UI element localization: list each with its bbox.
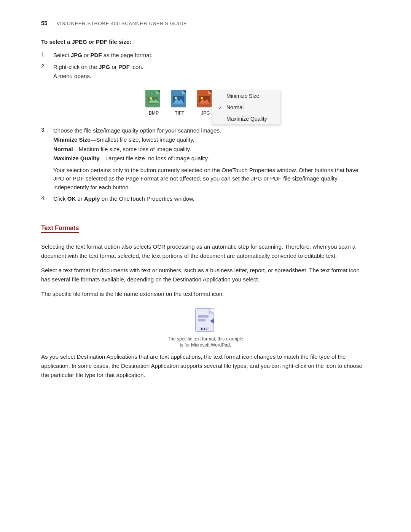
minimize-checkmark <box>218 93 225 99</box>
bmp-label: BMP <box>149 110 159 116</box>
step-3-text: Choose the file size/image quality optio… <box>53 126 221 135</box>
step-3-number: 3. <box>41 126 53 133</box>
maximize-quality-option[interactable]: Maximize Quality <box>212 113 280 125</box>
bmp-icon <box>144 90 163 109</box>
page: 55 Visioneer Strobe 400 Scanner User's G… <box>0 0 411 532</box>
step-2: 2. Right-click on the JPG or PDF icon. A… <box>41 63 370 81</box>
page-header: 55 Visioneer Strobe 400 Scanner User's G… <box>41 20 370 26</box>
normal-option[interactable]: ✓ Normal <box>212 102 280 113</box>
step-2-content: Right-click on the JPG or PDF icon. <box>53 63 143 72</box>
step-4-container: 4. Click OK or Apply on the OneTouch Pro… <box>41 195 370 203</box>
step-1-content: Select JPG or PDF as the page format. <box>53 51 153 60</box>
tiff-label: TIFF <box>175 110 184 116</box>
step-3-note: Your selection pertains only to the butt… <box>53 166 370 192</box>
svg-point-5 <box>150 97 152 99</box>
svg-rect-30 <box>198 315 209 318</box>
tiff-icon-item[interactable]: TIFF <box>168 90 191 116</box>
section2-para3: The specific file format is the file nam… <box>41 289 370 299</box>
svg-text:RTF: RTF <box>201 327 208 331</box>
maximize-quality-label: Maximize Quality <box>226 116 267 122</box>
step-4-text: Click OK or Apply on the OneTouch Proper… <box>53 195 194 203</box>
step-4-number: 4. <box>41 195 53 201</box>
dropdown-menu: Minimize Size ✓ Normal Maximize Quality <box>212 90 280 125</box>
normal-checkmark: ✓ <box>218 104 225 110</box>
svg-point-17 <box>201 97 203 99</box>
section1-heading: To select a JPEG or PDF file size: <box>41 38 370 45</box>
step-3-normal: Normal—Medium file size, some loss of im… <box>53 145 370 154</box>
step-2-number: 2. <box>41 63 53 69</box>
bmp-icon-item[interactable]: BMP <box>142 90 165 116</box>
page-title: Visioneer Strobe 400 Scanner User's Guid… <box>57 21 187 26</box>
section2-para1: Selecting the text format option also se… <box>41 242 370 260</box>
minimize-size-option[interactable]: Minimize Size <box>212 90 280 102</box>
section2: Text Formats Selecting the text format o… <box>41 214 370 380</box>
rtf-caption-line1: The specific text format; this example <box>168 336 243 342</box>
jpg-label: JPG <box>201 110 210 116</box>
rtf-icon-area: RTF The specific text format; this examp… <box>41 308 370 349</box>
maximize-checkmark <box>218 116 225 122</box>
rtf-caption-line2: is for Microsoft WordPad. <box>180 342 231 348</box>
steps-list: 1. Select JPG or PDF as the page format.… <box>41 51 370 81</box>
step-1-number: 1. <box>41 51 53 58</box>
rtf-icon: RTF <box>194 308 217 334</box>
step-3-container: 3. Choose the file size/image quality op… <box>41 126 370 192</box>
page-number: 55 <box>41 20 48 26</box>
icon-bar-area: BMP TIFF <box>41 90 370 116</box>
section2-final-para: As you select Destination Applications t… <box>41 352 370 380</box>
svg-point-11 <box>175 97 177 99</box>
section2-heading: Text Formats <box>41 225 79 233</box>
step-1: 1. Select JPG or PDF as the page format. <box>41 51 370 60</box>
step-3-minimize: Minimize Size—Smallest file size, lowest… <box>53 136 370 144</box>
normal-label: Normal <box>226 104 244 110</box>
svg-rect-31 <box>198 319 206 321</box>
section2-para2: Select a text format for documents with … <box>41 266 370 284</box>
minimize-size-label: Minimize Size <box>226 93 259 99</box>
step-2-subtext: A menu opens. <box>53 72 91 81</box>
tiff-icon <box>170 90 189 109</box>
step-3-maximize: Maximize Quality—Largest file size, no l… <box>53 154 370 163</box>
